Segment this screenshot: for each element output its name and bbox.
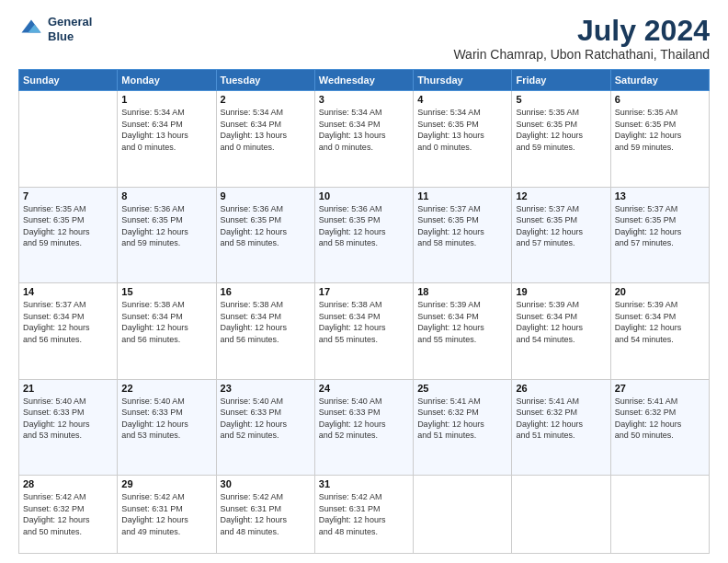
day-number: 8 — [121, 190, 211, 201]
column-header-sunday: Sunday — [19, 70, 118, 91]
day-number: 30 — [221, 478, 311, 489]
day-info: Sunrise: 5:41 AM Sunset: 6:32 PM Dayligh… — [615, 396, 705, 442]
day-info: Sunrise: 5:37 AM Sunset: 6:34 PM Dayligh… — [23, 299, 113, 345]
calendar-cell: 14Sunrise: 5:37 AM Sunset: 6:34 PM Dayli… — [19, 283, 118, 380]
day-number: 22 — [121, 383, 211, 394]
day-info: Sunrise: 5:35 AM Sunset: 6:35 PM Dayligh… — [23, 203, 113, 249]
day-number: 4 — [417, 94, 507, 105]
calendar-cell — [414, 476, 512, 554]
calendar-week-row: 21Sunrise: 5:40 AM Sunset: 6:33 PM Dayli… — [19, 379, 710, 476]
day-number: 28 — [23, 478, 113, 489]
main-title: July 2024 — [453, 15, 710, 47]
calendar-cell — [512, 476, 610, 554]
calendar-cell: 24Sunrise: 5:40 AM Sunset: 6:33 PM Dayli… — [314, 379, 413, 476]
calendar-week-row: 28Sunrise: 5:42 AM Sunset: 6:32 PM Dayli… — [19, 476, 710, 554]
day-number: 10 — [319, 190, 409, 201]
calendar-cell: 19Sunrise: 5:39 AM Sunset: 6:34 PM Dayli… — [512, 283, 610, 380]
day-number: 27 — [615, 383, 705, 394]
calendar-week-row: 7Sunrise: 5:35 AM Sunset: 6:35 PM Daylig… — [19, 187, 710, 283]
day-number: 24 — [319, 383, 409, 394]
calendar-header-row: SundayMondayTuesdayWednesdayThursdayFrid… — [19, 70, 710, 91]
header: General Blue July 2024 Warin Chamrap, Ub… — [18, 15, 710, 62]
day-number: 13 — [615, 190, 705, 201]
day-number: 14 — [23, 286, 113, 297]
day-number: 2 — [221, 94, 311, 105]
day-info: Sunrise: 5:36 AM Sunset: 6:35 PM Dayligh… — [121, 203, 211, 249]
day-number: 29 — [121, 478, 211, 489]
day-info: Sunrise: 5:39 AM Sunset: 6:34 PM Dayligh… — [417, 299, 507, 345]
day-info: Sunrise: 5:34 AM Sunset: 6:34 PM Dayligh… — [221, 107, 311, 153]
day-info: Sunrise: 5:35 AM Sunset: 6:35 PM Dayligh… — [615, 107, 705, 153]
day-info: Sunrise: 5:37 AM Sunset: 6:35 PM Dayligh… — [417, 203, 507, 249]
column-header-saturday: Saturday — [610, 70, 709, 91]
calendar-cell: 12Sunrise: 5:37 AM Sunset: 6:35 PM Dayli… — [512, 187, 610, 283]
calendar-cell: 21Sunrise: 5:40 AM Sunset: 6:33 PM Dayli… — [19, 379, 118, 476]
calendar-cell: 16Sunrise: 5:38 AM Sunset: 6:34 PM Dayli… — [216, 283, 314, 380]
day-info: Sunrise: 5:42 AM Sunset: 6:31 PM Dayligh… — [121, 491, 211, 537]
day-info: Sunrise: 5:38 AM Sunset: 6:34 PM Dayligh… — [319, 299, 409, 345]
calendar-cell: 26Sunrise: 5:41 AM Sunset: 6:32 PM Dayli… — [512, 379, 610, 476]
day-info: Sunrise: 5:37 AM Sunset: 6:35 PM Dayligh… — [615, 203, 705, 249]
day-number: 20 — [615, 286, 705, 297]
calendar-cell: 23Sunrise: 5:40 AM Sunset: 6:33 PM Dayli… — [216, 379, 314, 476]
day-number: 1 — [121, 94, 211, 105]
calendar-cell — [19, 91, 118, 188]
calendar-table: SundayMondayTuesdayWednesdayThursdayFrid… — [18, 69, 710, 554]
column-header-monday: Monday — [118, 70, 216, 91]
calendar-cell: 5Sunrise: 5:35 AM Sunset: 6:35 PM Daylig… — [512, 91, 610, 188]
day-info: Sunrise: 5:34 AM Sunset: 6:35 PM Dayligh… — [417, 107, 507, 153]
day-info: Sunrise: 5:39 AM Sunset: 6:34 PM Dayligh… — [615, 299, 705, 345]
calendar-cell: 6Sunrise: 5:35 AM Sunset: 6:35 PM Daylig… — [610, 91, 709, 188]
day-number: 26 — [516, 383, 606, 394]
calendar-cell: 28Sunrise: 5:42 AM Sunset: 6:32 PM Dayli… — [19, 476, 118, 554]
calendar-cell: 8Sunrise: 5:36 AM Sunset: 6:35 PM Daylig… — [118, 187, 216, 283]
day-number: 6 — [615, 94, 705, 105]
calendar-cell: 7Sunrise: 5:35 AM Sunset: 6:35 PM Daylig… — [19, 187, 118, 283]
day-info: Sunrise: 5:40 AM Sunset: 6:33 PM Dayligh… — [221, 396, 311, 442]
day-number: 18 — [417, 286, 507, 297]
day-number: 7 — [23, 190, 113, 201]
day-number: 12 — [516, 190, 606, 201]
calendar-cell: 17Sunrise: 5:38 AM Sunset: 6:34 PM Dayli… — [314, 283, 413, 380]
logo-icon — [18, 17, 44, 42]
day-info: Sunrise: 5:40 AM Sunset: 6:33 PM Dayligh… — [23, 396, 113, 442]
column-header-tuesday: Tuesday — [216, 70, 314, 91]
logo: General Blue — [18, 15, 92, 43]
day-info: Sunrise: 5:35 AM Sunset: 6:35 PM Dayligh… — [516, 107, 606, 153]
day-number: 25 — [417, 383, 507, 394]
calendar-cell: 27Sunrise: 5:41 AM Sunset: 6:32 PM Dayli… — [610, 379, 709, 476]
column-header-friday: Friday — [512, 70, 610, 91]
day-number: 21 — [23, 383, 113, 394]
day-info: Sunrise: 5:42 AM Sunset: 6:31 PM Dayligh… — [319, 491, 409, 537]
day-number: 11 — [417, 190, 507, 201]
day-info: Sunrise: 5:42 AM Sunset: 6:32 PM Dayligh… — [23, 491, 113, 537]
subtitle: Warin Chamrap, Ubon Ratchathani, Thailan… — [453, 47, 710, 62]
calendar-cell: 20Sunrise: 5:39 AM Sunset: 6:34 PM Dayli… — [610, 283, 709, 380]
day-info: Sunrise: 5:40 AM Sunset: 6:33 PM Dayligh… — [319, 396, 409, 442]
day-info: Sunrise: 5:42 AM Sunset: 6:31 PM Dayligh… — [221, 491, 311, 537]
day-info: Sunrise: 5:41 AM Sunset: 6:32 PM Dayligh… — [417, 396, 507, 442]
calendar-cell: 22Sunrise: 5:40 AM Sunset: 6:33 PM Dayli… — [118, 379, 216, 476]
day-info: Sunrise: 5:36 AM Sunset: 6:35 PM Dayligh… — [319, 203, 409, 249]
day-info: Sunrise: 5:40 AM Sunset: 6:33 PM Dayligh… — [121, 396, 211, 442]
calendar-cell: 13Sunrise: 5:37 AM Sunset: 6:35 PM Dayli… — [610, 187, 709, 283]
day-info: Sunrise: 5:36 AM Sunset: 6:35 PM Dayligh… — [221, 203, 311, 249]
title-block: July 2024 Warin Chamrap, Ubon Ratchathan… — [453, 15, 710, 62]
day-number: 31 — [319, 478, 409, 489]
day-number: 3 — [319, 94, 409, 105]
day-number: 15 — [121, 286, 211, 297]
calendar-cell: 30Sunrise: 5:42 AM Sunset: 6:31 PM Dayli… — [216, 476, 314, 554]
day-info: Sunrise: 5:39 AM Sunset: 6:34 PM Dayligh… — [516, 299, 606, 345]
calendar-week-row: 1Sunrise: 5:34 AM Sunset: 6:34 PM Daylig… — [19, 91, 710, 188]
day-info: Sunrise: 5:34 AM Sunset: 6:34 PM Dayligh… — [121, 107, 211, 153]
day-info: Sunrise: 5:34 AM Sunset: 6:34 PM Dayligh… — [319, 107, 409, 153]
day-number: 19 — [516, 286, 606, 297]
column-header-thursday: Thursday — [414, 70, 512, 91]
calendar-cell: 4Sunrise: 5:34 AM Sunset: 6:35 PM Daylig… — [414, 91, 512, 188]
calendar-cell: 29Sunrise: 5:42 AM Sunset: 6:31 PM Dayli… — [118, 476, 216, 554]
day-number: 5 — [516, 94, 606, 105]
page: General Blue July 2024 Warin Chamrap, Ub… — [0, 0, 728, 563]
calendar-cell: 3Sunrise: 5:34 AM Sunset: 6:34 PM Daylig… — [314, 91, 413, 188]
day-number: 16 — [221, 286, 311, 297]
calendar-cell: 31Sunrise: 5:42 AM Sunset: 6:31 PM Dayli… — [314, 476, 413, 554]
